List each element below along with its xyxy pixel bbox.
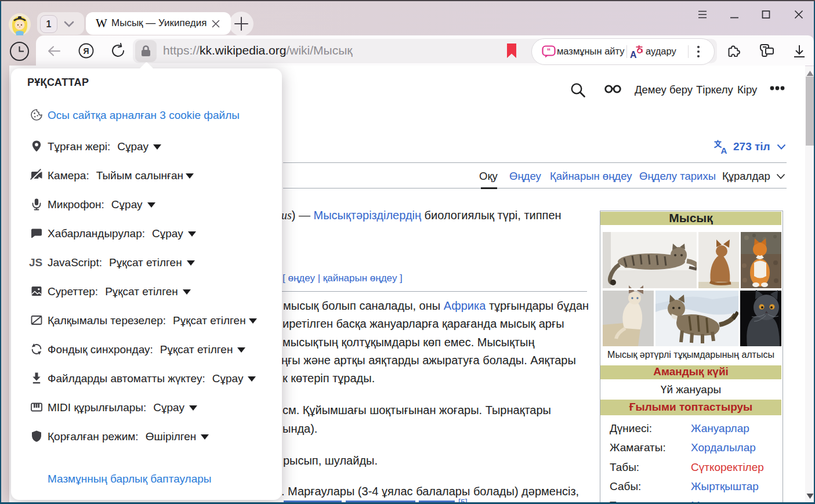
svg-text:A: A	[721, 146, 727, 154]
svg-text:“: “	[547, 46, 551, 55]
svg-text:Я: Я	[83, 46, 89, 56]
svg-text:A: A	[630, 50, 637, 59]
